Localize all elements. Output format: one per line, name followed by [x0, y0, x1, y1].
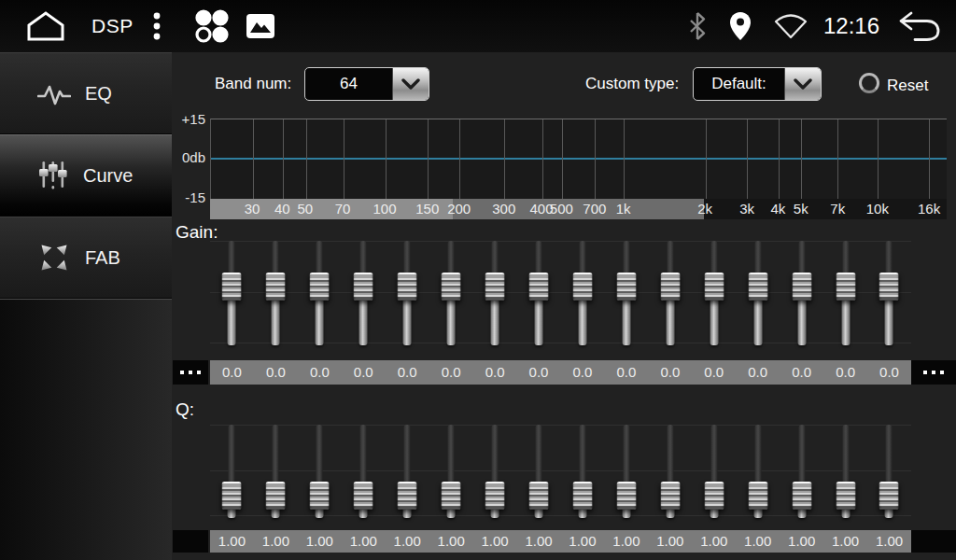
slider-knob[interactable] — [266, 273, 286, 301]
gain-slider-zone — [210, 241, 911, 343]
slider-knob[interactable] — [616, 273, 636, 301]
slider-knob[interactable] — [354, 482, 373, 510]
gain-slider[interactable] — [210, 241, 254, 343]
q-value: 1.00 — [823, 530, 867, 553]
freq-gridline — [929, 119, 930, 199]
gain-slider[interactable] — [429, 241, 473, 343]
slider-knob[interactable] — [704, 482, 724, 510]
slider-knob[interactable] — [572, 482, 592, 510]
gain-slider[interactable] — [604, 241, 648, 343]
q-slider[interactable] — [823, 425, 867, 516]
slider-track-filled — [710, 295, 718, 345]
gain-slider[interactable] — [254, 241, 298, 343]
slider-knob[interactable] — [354, 273, 373, 301]
freq-gridline — [504, 119, 505, 199]
q-page-prev-button[interactable] — [173, 530, 208, 553]
slider-knob[interactable] — [529, 482, 549, 510]
q-slider[interactable] — [604, 425, 648, 516]
slider-knob[interactable] — [222, 273, 242, 301]
apps-clover-icon[interactable] — [191, 7, 231, 45]
gain-value: 0.0 — [561, 360, 605, 385]
slider-knob[interactable] — [485, 482, 505, 510]
freq-tick-label: 300 — [492, 199, 515, 219]
band-num-dropdown[interactable]: 64 — [304, 67, 429, 101]
gain-slider[interactable] — [736, 241, 780, 343]
slider-knob[interactable] — [485, 273, 505, 301]
q-slider[interactable] — [648, 425, 692, 516]
gain-slider[interactable] — [342, 241, 386, 343]
sidebar-item-label: EQ — [85, 83, 112, 105]
sidebar-item-eq[interactable]: EQ — [0, 52, 172, 134]
slider-knob[interactable] — [660, 482, 680, 510]
gallery-icon[interactable] — [246, 13, 275, 39]
slider-knob[interactable] — [836, 273, 855, 301]
slider-knob[interactable] — [836, 482, 855, 510]
freq-tick-label: 150 — [415, 199, 439, 219]
q-slider[interactable] — [561, 425, 605, 516]
slider-knob[interactable] — [398, 482, 417, 510]
slider-knob[interactable] — [792, 482, 811, 510]
gain-value: 0.0 — [386, 360, 429, 385]
custom-type-dropdown[interactable]: Default: — [693, 67, 822, 101]
slider-track-filled — [797, 295, 806, 345]
slider-knob[interactable] — [398, 273, 417, 301]
q-slider[interactable] — [386, 425, 429, 516]
slider-knob[interactable] — [310, 273, 330, 301]
chevron-down-icon[interactable] — [392, 68, 429, 100]
sidebar-item-curve[interactable]: Curve — [0, 134, 172, 217]
gain-slider[interactable] — [561, 241, 605, 343]
eq-curve-line — [211, 158, 947, 160]
q-slider[interactable] — [254, 425, 298, 516]
q-slider[interactable] — [736, 425, 780, 516]
gain-page-prev-button[interactable] — [173, 360, 208, 385]
slider-knob[interactable] — [310, 482, 330, 510]
slider-knob[interactable] — [879, 482, 899, 510]
kebab-menu-icon[interactable] — [152, 9, 162, 43]
slider-knob[interactable] — [748, 482, 767, 510]
slider-knob[interactable] — [792, 273, 811, 301]
q-slider[interactable] — [517, 425, 561, 516]
gain-slider[interactable] — [386, 241, 429, 343]
slider-knob[interactable] — [704, 273, 724, 301]
chevron-down-icon[interactable] — [784, 68, 821, 100]
slider-knob[interactable] — [266, 482, 286, 510]
gain-slider[interactable] — [648, 241, 692, 343]
gain-slider[interactable] — [692, 241, 736, 343]
slider-knob[interactable] — [442, 273, 461, 301]
q-slider[interactable] — [867, 425, 911, 516]
slider-knob[interactable] — [660, 273, 680, 301]
slider-knob[interactable] — [572, 273, 592, 301]
q-value: 1.00 — [561, 530, 605, 553]
gain-slider[interactable] — [298, 241, 342, 343]
q-slider[interactable] — [692, 425, 736, 516]
freq-gridline — [706, 119, 707, 199]
gain-slider[interactable] — [517, 241, 561, 343]
q-slider[interactable] — [210, 425, 254, 516]
freq-gridline — [562, 119, 563, 199]
slider-knob[interactable] — [748, 273, 767, 301]
gain-slider[interactable] — [867, 241, 911, 343]
slider-knob[interactable] — [442, 482, 461, 510]
gain-slider[interactable] — [823, 241, 867, 343]
back-icon[interactable] — [896, 8, 943, 44]
q-page-next-button[interactable] — [911, 530, 956, 553]
expand-arrows-icon — [37, 241, 71, 274]
reset-label[interactable]: Reset — [887, 69, 928, 103]
slider-knob[interactable] — [222, 482, 242, 510]
q-slider[interactable] — [298, 425, 342, 516]
gain-slider[interactable] — [473, 241, 517, 343]
slider-knob[interactable] — [616, 482, 636, 510]
q-slider[interactable] — [429, 425, 473, 516]
sidebar-item-fab[interactable]: FAB — [0, 217, 172, 299]
gain-page-next-button[interactable] — [911, 360, 956, 385]
q-slider[interactable] — [473, 425, 517, 516]
status-bar: DSP — [0, 0, 956, 53]
gain-value: 0.0 — [429, 360, 473, 385]
slider-knob[interactable] — [879, 273, 899, 301]
q-slider[interactable] — [342, 425, 386, 516]
gain-slider[interactable] — [780, 241, 823, 343]
home-icon[interactable] — [24, 9, 67, 43]
q-slider[interactable] — [780, 425, 823, 516]
reset-radio[interactable] — [859, 73, 879, 93]
slider-knob[interactable] — [529, 273, 549, 301]
